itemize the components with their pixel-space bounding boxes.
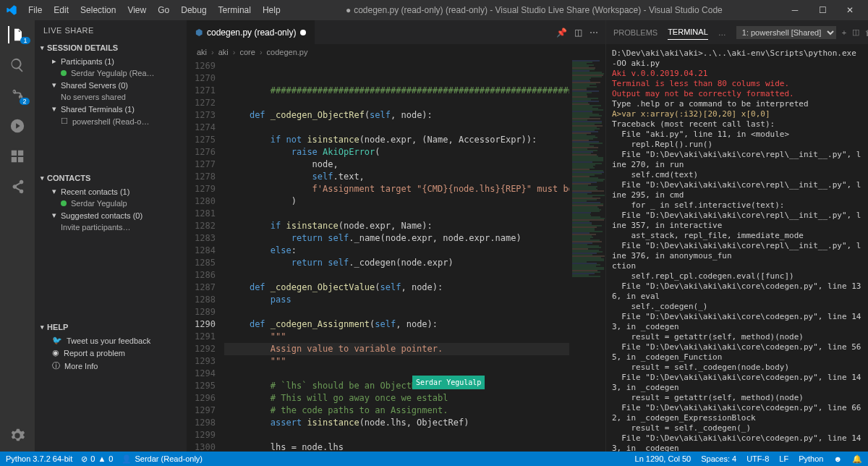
suggested-contacts-node[interactable]: ▾ Suggested contacts (0) <box>35 209 187 221</box>
session-details-header[interactable]: SESSION DETAILS <box>35 41 187 55</box>
status-python[interactable]: Python 3.7.2 64-bit <box>6 454 72 463</box>
terminal-output[interactable]: D:\Dev\aki\aki\aki>..\..\aki-env\Scripts… <box>606 44 868 452</box>
contact-user[interactable]: Serdar Yegulalp <box>35 198 187 209</box>
code-content[interactable]: ########################################… <box>224 60 569 452</box>
trash-icon[interactable]: 🗑 <box>865 28 868 37</box>
menu-file[interactable]: File <box>23 2 47 18</box>
editor-tabs: ⬢ codegen.py (read-only) 📌 ◫ ⋯ <box>187 20 605 44</box>
more-info[interactable]: ⓘMore Info <box>35 359 187 373</box>
explorer-icon[interactable]: 1 <box>8 26 25 43</box>
search-icon[interactable] <box>9 56 26 74</box>
window-title: ● codegen.py (read-only) (read-only) - V… <box>286 5 783 15</box>
status-errors[interactable]: ⊘ 0 ▲ 0 <box>81 454 113 464</box>
vscode-logo-icon <box>6 4 17 16</box>
split-terminal-icon[interactable]: ◫ <box>852 27 859 37</box>
status-bar: Python 3.7.2 64-bit ⊘ 0 ▲ 0 👤 Serdar (Re… <box>0 452 868 466</box>
panel-area: PROBLEMS TERMINAL … 1: powershell [Share… <box>605 20 868 452</box>
menu-debug[interactable]: Debug <box>176 2 211 18</box>
debug-icon[interactable] <box>9 117 26 135</box>
status-feedback-icon[interactable]: ☻ <box>833 454 842 463</box>
contacts-header[interactable]: CONTACTS <box>35 171 187 185</box>
menu-terminal[interactable]: Terminal <box>213 2 256 18</box>
pin-icon[interactable]: 📌 <box>556 27 567 38</box>
status-spaces[interactable]: Spaces: 4 <box>701 454 736 463</box>
tab-problems[interactable]: PROBLEMS <box>613 25 658 40</box>
titlebar: FileEditSelectionViewGoDebugTerminalHelp… <box>0 0 868 20</box>
split-icon[interactable]: ◫ <box>574 27 582 38</box>
editor-body[interactable]: 1269127012711272127312741275127612771278… <box>187 60 605 452</box>
status-liveshare-user[interactable]: 👤 Serdar (Read-only) <box>122 454 203 464</box>
settings-icon[interactable] <box>9 427 26 444</box>
python-file-icon: ⬢ <box>195 27 203 38</box>
status-bell-icon[interactable]: 🔔 <box>852 454 862 464</box>
breadcrumb-segment[interactable]: codegen.py <box>267 48 308 56</box>
badge: 1 <box>20 37 30 44</box>
sidebar-title: LIVE SHARE <box>35 20 187 41</box>
recent-contacts-node[interactable]: ▾ Recent contacts (1) <box>35 185 187 198</box>
tab-terminal[interactable]: TERMINAL <box>668 25 708 40</box>
participant-user[interactable]: Serdar Yegulalp (Rea… <box>35 67 187 79</box>
presence-dot-icon <box>61 200 67 206</box>
breadcrumb-segment[interactable]: aki <box>197 48 207 56</box>
help-header[interactable]: HELP <box>35 320 187 334</box>
sidebar: LIVE SHARE SESSION DETAILS ▸ Participant… <box>35 20 187 452</box>
panel-tabs: PROBLEMS TERMINAL … 1: powershell [Share… <box>606 20 868 44</box>
status-eol[interactable]: LF <box>779 454 788 463</box>
info-icon: ⓘ <box>52 360 60 371</box>
status-encoding[interactable]: UTF-8 <box>746 454 769 463</box>
presence-dot-icon <box>61 70 67 76</box>
editor-area: ⬢ codegen.py (read-only) 📌 ◫ ⋯ aki›aki›c… <box>187 20 605 452</box>
badge: 2 <box>20 98 29 105</box>
participants-node[interactable]: ▸ Participants (1) <box>35 55 187 67</box>
source-control-icon[interactable]: 2 <box>9 87 26 104</box>
breadcrumb-segment[interactable]: core <box>239 48 255 56</box>
status-lang[interactable]: Python <box>799 454 823 463</box>
more-icon[interactable]: ⋯ <box>590 27 598 38</box>
dirty-dot-icon <box>300 30 306 35</box>
minimap[interactable] <box>569 60 605 452</box>
shared-servers-node[interactable]: ▾ Shared Servers (0) <box>35 79 187 91</box>
extensions-icon[interactable] <box>9 148 26 165</box>
twitter-icon: 🐦 <box>52 336 62 345</box>
close-button[interactable]: ✕ <box>838 2 862 18</box>
menu-selection[interactable]: Selection <box>75 2 121 18</box>
minimize-button[interactable]: ─ <box>783 2 807 18</box>
shared-terminal-item[interactable]: ☐ powershell (Read-o… <box>35 115 187 127</box>
breadcrumb-segment[interactable]: aki <box>218 48 229 56</box>
shared-terminals-node[interactable]: ▾ Shared Terminals (1) <box>35 103 187 115</box>
tab-more[interactable]: … <box>718 25 726 40</box>
invite-note[interactable]: Invite participants… <box>35 221 187 233</box>
github-icon: ◉ <box>52 348 59 357</box>
menu-view[interactable]: View <box>122 2 151 18</box>
no-servers-note: No servers shared <box>35 91 187 103</box>
menu-help[interactable]: Help <box>258 2 286 18</box>
tab-codegen[interactable]: ⬢ codegen.py (read-only) <box>187 20 315 44</box>
line-gutter: 1269127012711272127312741275127612771278… <box>187 60 224 452</box>
report-problem[interactable]: ◉Report a problem <box>35 347 187 359</box>
dirty-indicator-icon: ● <box>346 5 351 15</box>
tweet-feedback[interactable]: 🐦Tweet us your feedback <box>35 334 187 347</box>
menu-bar: FileEditSelectionViewGoDebugTerminalHelp <box>23 2 286 18</box>
activity-bar: 1 2 <box>0 20 35 452</box>
breadcrumb[interactable]: aki›aki›core›codegen.py <box>187 44 605 60</box>
menu-edit[interactable]: Edit <box>48 2 74 18</box>
menu-go[interactable]: Go <box>153 2 174 18</box>
maximize-button[interactable]: ☐ <box>810 2 835 18</box>
terminal-selector[interactable]: 1: powershell [Shared] <box>736 26 836 39</box>
live-share-icon[interactable] <box>9 178 26 195</box>
remote-cursor-tag: Serdar Yegulalp <box>412 376 485 389</box>
status-cursor[interactable]: Ln 1290, Col 50 <box>635 454 692 463</box>
new-terminal-icon[interactable]: + <box>842 28 846 37</box>
